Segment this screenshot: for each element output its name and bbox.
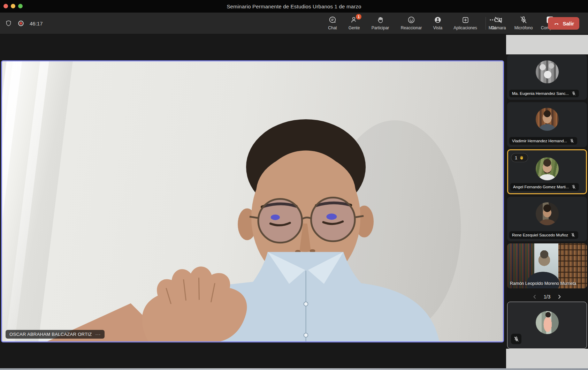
zoom-meeting-window: Seminario Permanente de Estudios Urbanos… xyxy=(0,0,588,370)
participant-name-pill: Rene Ezequiel Saucedo Muñoz xyxy=(509,231,578,239)
close-window-button[interactable] xyxy=(3,4,8,8)
mic-off-icon xyxy=(571,184,576,189)
gallery-pagination: 1/3 xyxy=(507,292,587,301)
speaker-more-icon[interactable]: ··· xyxy=(95,332,101,337)
toolbar-center-buttons: Chat 1 Gente Participar Reaccionar xyxy=(324,13,501,34)
participant-tile-vladimir[interactable]: Vladimir Hernandez Hernand... xyxy=(507,102,587,147)
chat-button[interactable]: Chat xyxy=(324,15,341,30)
participant-tile-extra[interactable] xyxy=(507,302,587,349)
mic-off-icon xyxy=(570,138,574,143)
camera-off-icon xyxy=(494,15,503,24)
apps-button[interactable]: Aplicaciones xyxy=(450,15,480,30)
fullscreen-window-button[interactable] xyxy=(18,4,23,8)
mic-off-icon xyxy=(571,91,576,96)
meeting-timer: 46:17 xyxy=(30,21,43,27)
title-bar: Seminario Permanente de Estudios Urbanos… xyxy=(0,0,588,13)
sidebar-background-bottom xyxy=(506,349,588,368)
mic-off-icon xyxy=(519,15,528,24)
participants-count-badge: 1 xyxy=(356,14,361,20)
avatar xyxy=(536,157,559,180)
security-shield-icon[interactable] xyxy=(5,20,12,27)
previous-page-icon[interactable] xyxy=(532,294,537,300)
window-controls xyxy=(3,4,23,8)
participant-name-pill: Vladimir Hernandez Hernand... xyxy=(509,137,577,145)
reactions-button[interactable]: Reaccionar xyxy=(397,15,425,30)
phone-hangup-icon xyxy=(553,20,560,27)
participant-name: Ramón Leopoldo Moreno Murrieta xyxy=(510,281,576,286)
avatar xyxy=(536,108,559,131)
status-group: 46:17 xyxy=(5,13,43,34)
participants-button[interactable]: 1 Gente xyxy=(345,15,363,30)
avatar xyxy=(536,60,559,83)
camera-button[interactable]: Cámara xyxy=(489,15,508,30)
raised-hand-icon xyxy=(519,155,524,160)
meeting-toolbar: 46:17 Chat 1 Gente Participar xyxy=(0,13,588,34)
raised-hand-icon xyxy=(376,15,384,24)
participant-name-pill: Angel Fernando Gomez Marti... xyxy=(510,183,579,191)
minimize-window-button[interactable] xyxy=(11,4,15,8)
avatar xyxy=(536,202,559,225)
view-button[interactable]: Vista xyxy=(429,15,446,30)
participant-tile-ramon[interactable]: Ramón Leopoldo Moreno Murrieta xyxy=(507,243,587,288)
speaker-name: OSCAR ABRAHAM BALCAZAR ORTIZ xyxy=(9,332,92,337)
avatar xyxy=(536,311,559,334)
participant-tile-angel[interactable]: 1 Angel Fernando Gomez Marti... xyxy=(507,149,587,194)
participant-tile-eugenia[interactable]: Ma. Eugenia Hernandez Sanc... xyxy=(507,55,587,100)
meeting-title: Seminario Permanente de Estudios Urbanos… xyxy=(227,3,361,9)
person-circle-icon xyxy=(434,15,442,24)
microphone-button[interactable]: Micrófono xyxy=(512,15,535,30)
leave-meeting-button[interactable]: Salir xyxy=(548,17,579,30)
speaker-portrait xyxy=(2,61,503,341)
speaker-name-pill: OSCAR ABRAHAM BALCAZAR ORTIZ ··· xyxy=(6,330,105,339)
meeting-content: OSCAR ABRAHAM BALCAZAR ORTIZ ··· Ma. Eug… xyxy=(0,34,588,368)
plus-square-icon xyxy=(461,15,469,24)
smiley-icon xyxy=(407,15,415,24)
people-icon: 1 xyxy=(350,15,358,24)
chat-icon xyxy=(328,15,337,24)
participants-sidebar: Ma. Eugenia Hernandez Sanc... Vladimir H… xyxy=(506,34,588,368)
mic-off-icon xyxy=(571,233,575,237)
mic-off-icon xyxy=(513,336,519,342)
recording-indicator-icon xyxy=(17,20,24,27)
active-speaker-video[interactable]: OSCAR ABRAHAM BALCAZAR ORTIZ ··· xyxy=(1,60,504,342)
next-page-icon[interactable] xyxy=(557,294,562,300)
page-indicator: 1/3 xyxy=(544,294,550,300)
leave-button-label: Salir xyxy=(563,21,574,27)
toolbar-divider xyxy=(486,17,486,30)
raise-hand-button[interactable]: Participar xyxy=(367,15,393,30)
sidebar-background-top xyxy=(506,35,588,54)
desktop-edge xyxy=(0,368,588,370)
participant-tile-rene[interactable]: Rene Ezequiel Saucedo Muñoz xyxy=(507,197,587,241)
raised-hand-badge: 1 xyxy=(511,153,528,162)
muted-indicator xyxy=(511,334,521,344)
participant-name-pill: Ma. Eugenia Hernandez Sanc... xyxy=(509,90,579,97)
